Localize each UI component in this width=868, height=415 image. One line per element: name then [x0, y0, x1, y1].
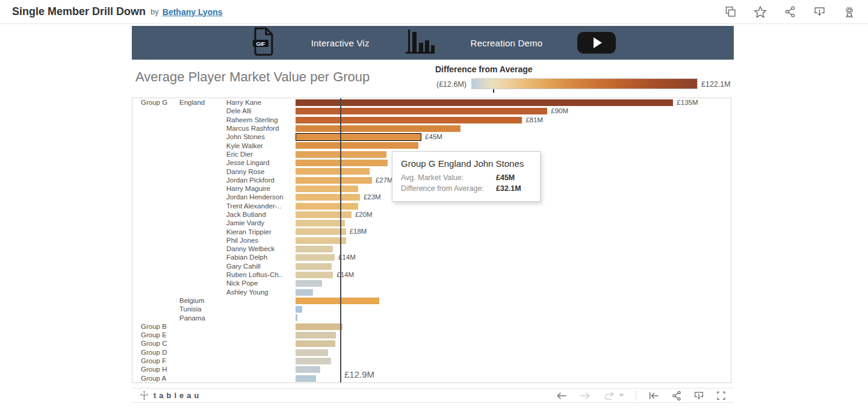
chart-row: Group D: [132, 348, 731, 357]
value-bar[interactable]: [296, 142, 418, 149]
player-label[interactable]: Marcus Rashford: [226, 124, 296, 133]
value-bar[interactable]: [296, 263, 332, 270]
player-label[interactable]: Dele Alli: [226, 107, 296, 115]
player-label[interactable]: Harry Kane: [226, 98, 296, 107]
value-bar[interactable]: [296, 177, 372, 184]
chart-row: Group F: [132, 357, 731, 365]
gif-file-icon: GIF: [250, 27, 276, 59]
value-bar[interactable]: [296, 289, 313, 296]
value-bar[interactable]: [296, 340, 335, 347]
value-bar[interactable]: [296, 246, 333, 252]
bar-value-label: £20M: [355, 210, 373, 219]
legend-gradient-bar[interactable]: [471, 78, 698, 89]
group-label[interactable]: Group F: [132, 357, 179, 365]
value-bar[interactable]: [296, 375, 316, 382]
chart-row: Ruben Loftus-Ch..£14M: [132, 270, 731, 279]
value-bar[interactable]: [296, 272, 333, 278]
viz-body: Average Player Market Value per Group Di…: [132, 60, 734, 387]
download-icon[interactable]: [693, 390, 704, 401]
player-label[interactable]: Danny Welbeck: [226, 245, 296, 253]
favorite-star-icon[interactable]: [754, 5, 767, 19]
player-label[interactable]: Phil Jones: [226, 236, 296, 245]
award-badge-icon[interactable]: [843, 5, 856, 19]
value-bar[interactable]: [296, 314, 297, 321]
undo-icon[interactable]: [556, 390, 568, 401]
value-bar[interactable]: [296, 133, 421, 141]
value-bar[interactable]: [296, 358, 331, 364]
bar-area: [296, 219, 731, 227]
player-label[interactable]: Ruben Loftus-Ch..: [226, 270, 296, 279]
tableau-logo[interactable]: tableau: [139, 390, 202, 401]
value-bar[interactable]: [296, 254, 335, 261]
value-bar[interactable]: [296, 298, 379, 304]
group-label[interactable]: Group B: [132, 322, 179, 331]
value-bar[interactable]: [296, 203, 358, 210]
player-label[interactable]: Ashley Young: [226, 288, 296, 296]
value-bar[interactable]: [296, 125, 460, 132]
bar-area: [296, 124, 731, 133]
value-bar[interactable]: [296, 323, 343, 330]
author-link[interactable]: Bethany Lyons: [163, 7, 223, 17]
player-label[interactable]: John Stones: [226, 133, 296, 141]
value-bar[interactable]: [296, 349, 328, 356]
bar-value-label: £18M: [350, 227, 367, 236]
duplicate-icon[interactable]: [724, 5, 737, 18]
player-label[interactable]: Jesse Lingard: [226, 158, 296, 167]
value-bar[interactable]: [296, 186, 358, 192]
share-icon[interactable]: [784, 5, 796, 18]
country-label[interactable]: Belgium: [179, 296, 226, 305]
player-label[interactable]: Eric Dier: [226, 150, 296, 158]
value-bar[interactable]: [296, 99, 673, 106]
bar-area: [296, 357, 731, 365]
value-bar[interactable]: [296, 117, 522, 123]
value-bar[interactable]: [296, 332, 336, 339]
group-label[interactable]: Group H: [132, 365, 179, 373]
replay-icon[interactable]: [603, 390, 624, 401]
chart-row: Raheem Sterling£81M: [132, 116, 731, 124]
value-bar[interactable]: [296, 280, 322, 287]
country-label[interactable]: Panama: [179, 314, 226, 322]
bar-area: [296, 331, 731, 339]
play-icon: [594, 37, 602, 48]
group-label[interactable]: Group G: [132, 98, 179, 107]
value-bar[interactable]: [296, 194, 360, 201]
average-reference-line[interactable]: [340, 98, 341, 382]
player-label[interactable]: Jack Butland: [226, 210, 296, 219]
country-label[interactable]: England: [179, 98, 226, 107]
player-label[interactable]: Raheem Sterling: [226, 116, 296, 124]
value-bar[interactable]: [296, 211, 352, 218]
value-bar[interactable]: [296, 160, 388, 166]
value-bar[interactable]: [296, 228, 346, 235]
player-label[interactable]: Kieran Trippier: [226, 228, 296, 236]
player-label[interactable]: Nick Pope: [226, 279, 296, 287]
reset-icon[interactable]: [648, 390, 660, 401]
legend-title: Difference from Average: [435, 64, 533, 74]
player-label[interactable]: Kyle Walker: [226, 142, 296, 150]
value-bar[interactable]: [296, 108, 547, 114]
svg-text:GIF: GIF: [256, 41, 265, 47]
value-bar[interactable]: [296, 168, 370, 175]
group-label[interactable]: Group D: [132, 348, 179, 357]
player-label[interactable]: Jamie Vardy: [226, 219, 296, 227]
player-label[interactable]: Gary Cahill: [226, 262, 296, 270]
value-bar[interactable]: [296, 366, 320, 373]
redo-icon[interactable]: [579, 390, 591, 401]
player-label[interactable]: Jordan Pickford: [226, 176, 296, 184]
download-icon[interactable]: [813, 5, 826, 18]
fullscreen-icon[interactable]: [716, 390, 727, 401]
player-label[interactable]: Trent Alexander-..: [226, 202, 296, 210]
value-bar[interactable]: [296, 237, 346, 244]
group-label[interactable]: Group C: [132, 339, 179, 348]
chart-row: Group E: [132, 331, 731, 339]
player-label[interactable]: Harry Maguire: [226, 184, 296, 193]
group-label[interactable]: Group A: [132, 374, 179, 382]
group-label[interactable]: Group E: [132, 331, 179, 339]
value-bar[interactable]: [296, 220, 345, 226]
country-label[interactable]: Tunisia: [179, 305, 226, 313]
share-icon[interactable]: [671, 390, 682, 401]
player-label[interactable]: Jordan Henderson: [226, 193, 296, 201]
value-bar[interactable]: [296, 306, 302, 313]
player-label[interactable]: Danny Rose: [226, 167, 296, 176]
play-button[interactable]: [577, 32, 616, 54]
player-label[interactable]: Fabian Delph: [226, 253, 296, 261]
